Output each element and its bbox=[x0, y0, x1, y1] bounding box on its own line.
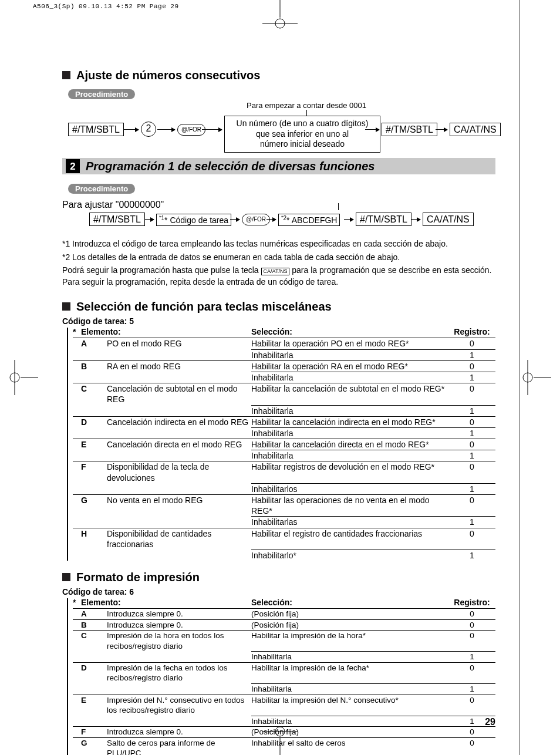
row-register: 0 bbox=[448, 738, 495, 749]
sec2-title: Programación 1 de selección de diversas … bbox=[86, 160, 375, 172]
table-row: FIntroduzca siempre 0.(Posición fija)0 bbox=[73, 726, 495, 737]
row-selection: Habilitar las operaciones de no venta en… bbox=[251, 495, 448, 516]
row-register: 1 bbox=[448, 349, 495, 360]
square-bullet-icon bbox=[62, 573, 70, 581]
table-row: Inhabilitarla1 bbox=[73, 405, 495, 416]
row-element: Impresión de la fecha en todos los recib… bbox=[107, 663, 251, 683]
arrow-icon bbox=[157, 129, 175, 130]
row-register: 0 bbox=[448, 417, 495, 427]
row-selection: Inhabilitarla bbox=[251, 450, 448, 461]
row-letter: D bbox=[81, 663, 107, 673]
content: Ajuste de números consecutivos Procedimi… bbox=[62, 69, 495, 708]
flow1-top-label: Para empezar a contar desde 0001 bbox=[236, 102, 377, 109]
row-register: 0 bbox=[448, 361, 495, 372]
row-element: Salto de ceros para informe de PLU/UPC bbox=[107, 738, 251, 755]
note3: Podrá seguir la programación hasta que p… bbox=[62, 265, 495, 288]
sec1-title: Ajuste de números consecutivos bbox=[76, 69, 260, 81]
row-element: Introduzca siempre 0. bbox=[107, 620, 251, 631]
row-letter: H bbox=[81, 528, 107, 539]
row-letter: C bbox=[81, 631, 107, 641]
arrow-icon bbox=[202, 129, 222, 130]
row-element: Introduzca siempre 0. bbox=[107, 609, 251, 619]
table-row: APO en el modo REGHabilitar la operación… bbox=[73, 338, 495, 349]
key-tm-sbtl: #/TM/SBTL bbox=[68, 123, 124, 136]
svg-point-11 bbox=[523, 373, 532, 382]
row-letter: B bbox=[81, 361, 107, 372]
row-element: Disponibilidad de la tecla de devolucion… bbox=[107, 461, 251, 483]
table-row: CCancelación de subtotal en el modo REGH… bbox=[73, 383, 495, 405]
row-selection: Habilitar la cancelación de subtotal en … bbox=[251, 383, 448, 394]
square-bullet-icon bbox=[62, 71, 70, 79]
note1: *1 Introduzca el código de tarea emplean… bbox=[62, 238, 495, 250]
table-row: CImpresión de la hora en todos los recib… bbox=[73, 630, 495, 651]
table-row: Inhabilitarla1 bbox=[73, 450, 495, 461]
row-letter: D bbox=[81, 417, 107, 427]
row-register: 1 bbox=[448, 405, 495, 416]
row-letter: E bbox=[81, 695, 107, 706]
row-selection: Inhabilitarlas bbox=[251, 516, 448, 527]
table-row: ECancelación directa en el modo REGHabil… bbox=[73, 439, 495, 450]
row-register: 1 bbox=[448, 516, 495, 527]
table-row: FDisponibilidad de la tecla de devolucio… bbox=[73, 461, 495, 483]
row-register: 1 bbox=[448, 372, 495, 383]
note2: *2 Los detalles de la entrada de datos s… bbox=[62, 252, 495, 264]
row-register: 0 bbox=[448, 528, 495, 539]
sec3-title: Selección de función para teclas miscelá… bbox=[76, 301, 332, 312]
row-selection: Inhabilitarla bbox=[251, 683, 448, 695]
row-register: 1 bbox=[448, 427, 495, 439]
running-header: A506_3(Sp) 09.10.13 4:52 PM Page 29 bbox=[33, 4, 179, 10]
row-letter: F bbox=[81, 727, 107, 737]
arrow-icon bbox=[144, 219, 154, 220]
row-element: No venta en el modo REG bbox=[107, 495, 251, 505]
arrow-icon bbox=[123, 129, 139, 130]
row-register: 0 bbox=[448, 620, 495, 631]
row-selection: Inhabilitarla bbox=[251, 349, 448, 360]
key-tm-sbtl: #/TM/SBTL bbox=[89, 213, 145, 226]
table-row: Inhabilitarlas1 bbox=[73, 516, 495, 527]
row-register: 0 bbox=[448, 727, 495, 737]
row-element: PO en el modo REG bbox=[107, 338, 251, 349]
task-code-6: Código de tarea: 6 bbox=[62, 588, 495, 596]
sec1-heading: Ajuste de números consecutivos bbox=[62, 69, 495, 81]
key-2-circle: 2 bbox=[141, 122, 156, 137]
row-selection: Habilitar la operación RA en el modo REG… bbox=[251, 361, 448, 372]
key-tm-sbtl2: #/TM/SBTL bbox=[356, 213, 411, 226]
row-selection: Inhabilitarla bbox=[251, 651, 448, 662]
flow-2: Para ajustar "00000000" #/TM/SBTL *1* Có… bbox=[62, 200, 495, 232]
row-register: 0 bbox=[448, 461, 495, 472]
reg-mark-right bbox=[522, 354, 551, 401]
abcdefgh-box: *2* ABCDEFGH bbox=[278, 214, 340, 226]
row-letter: B bbox=[81, 620, 107, 631]
reg-mark-top bbox=[257, 0, 303, 29]
row-element: Cancelación directa en el modo REG bbox=[107, 439, 251, 450]
sec3-heading: Selección de función para teclas miscelá… bbox=[62, 301, 495, 312]
row-selection: Habilitar la impresión del N.° consecuti… bbox=[251, 695, 448, 706]
svg-point-8 bbox=[10, 373, 19, 382]
table-row: BIntroduzca siempre 0.(Posición fija)0 bbox=[73, 619, 495, 631]
row-register: 1 bbox=[448, 550, 495, 561]
row-selection: Inhabilitarla bbox=[251, 716, 448, 727]
procedure-badge: Procedimiento bbox=[68, 89, 135, 99]
table-row: DCancelación indirecta en el modo REGHab… bbox=[73, 416, 495, 427]
row-register: 0 bbox=[448, 695, 495, 706]
row-register: 1 bbox=[448, 483, 495, 494]
row-element: Cancelación de subtotal en el modo REG bbox=[107, 383, 251, 405]
row-selection: (Posición fija) bbox=[251, 609, 448, 619]
table-header: * Elemento: Selección: Registro: bbox=[73, 328, 495, 338]
table-row: EImpresión del N.° consecutivo en todos … bbox=[73, 695, 495, 716]
table-row: Inhabilitarla1 bbox=[73, 372, 495, 383]
svg-point-2 bbox=[275, 19, 285, 28]
row-register: 0 bbox=[448, 631, 495, 641]
table-row: GNo venta en el modo REGHabilitar las op… bbox=[73, 494, 495, 516]
table-row: Inhabilitarla1 bbox=[73, 683, 495, 695]
step-bar: 2 Programación 1 de selección de diversa… bbox=[62, 158, 495, 174]
row-letter: C bbox=[81, 383, 107, 394]
procedure-badge-2: Procedimiento bbox=[68, 184, 135, 194]
row-element: Impresión de la hora en todos los recibo… bbox=[107, 631, 251, 651]
page-number: 29 bbox=[485, 717, 495, 727]
task-code-5: Código de tarea: 5 bbox=[62, 317, 495, 325]
row-letter: F bbox=[81, 461, 107, 472]
row-register: 0 bbox=[448, 338, 495, 349]
arrow-icon bbox=[230, 219, 239, 220]
square-bullet-icon bbox=[62, 302, 70, 311]
